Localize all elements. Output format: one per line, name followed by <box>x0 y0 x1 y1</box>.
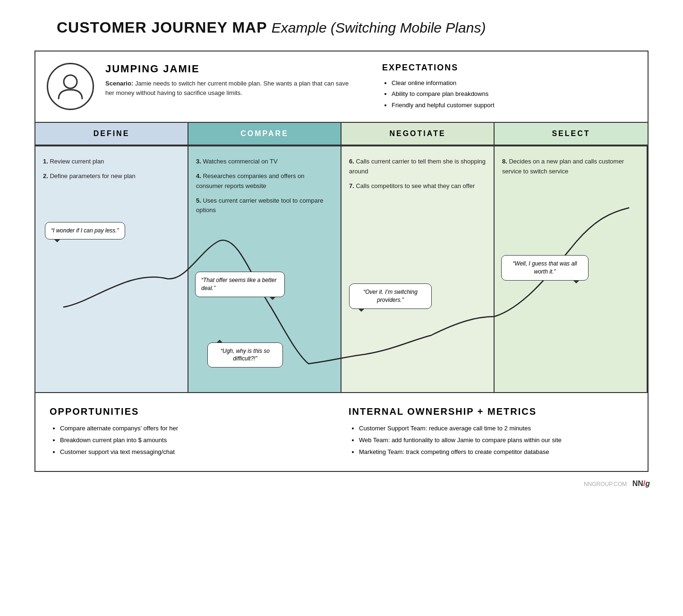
phase-compare-header-col: COMPARE <box>188 123 342 145</box>
phase-headers-row: DEFINE COMPARE NEGOTIATE SELECT <box>35 123 648 146</box>
expectations-title: EXPECTATIONS <box>382 63 633 73</box>
define-steps: 1. Review current plan 2. Define paramet… <box>43 154 180 181</box>
phase-negotiate-label: NEGOTIATE <box>342 123 494 145</box>
phase-select-header-col: SELECT <box>495 123 648 145</box>
persona-header: JUMPING JAMIE Scenario: Jamie needs to s… <box>35 51 648 123</box>
phase-define-header-col: DEFINE <box>35 123 188 145</box>
list-item: Clear online information <box>392 77 633 88</box>
bottom-section: OPPORTUNITIES Compare alternate companys… <box>35 392 648 471</box>
list-item: Web Team: add funtionality to allow Jami… <box>359 435 633 446</box>
svg-point-0 <box>64 75 77 88</box>
step-7: 7. Calls competitors to see what they ca… <box>349 181 486 191</box>
internal-ownership-section: INTERNAL OWNERSHIP + METRICS Customer Su… <box>349 406 633 458</box>
phase-define-label: DEFINE <box>35 123 188 145</box>
step-8: 8. Decides on a new plan and calls custo… <box>502 157 639 177</box>
brand-g: g <box>645 479 650 488</box>
negotiate-steps: 6. Calls current carrier to tell them sh… <box>349 154 486 191</box>
opportunities-list: Compare alternate companys’ offers for h… <box>50 423 334 458</box>
list-item: Ability to compare plan breakdowns <box>392 88 633 99</box>
phases-content-area: 1. Review current plan 2. Define paramet… <box>35 146 648 392</box>
title-bold: CUSTOMER JOURNEY MAP <box>57 19 267 36</box>
step-1: 1. Review current plan <box>43 157 180 167</box>
internal-ownership-list: Customer Support Team: reduce average ca… <box>349 423 633 458</box>
step-5: 5. Uses current carrier website tool to … <box>196 196 333 216</box>
page-title: CUSTOMER JOURNEY MAP Example (Switching … <box>57 19 486 36</box>
bubble-compare-high: “That offer seems like a better deal.” <box>195 272 285 297</box>
branding-site: NNGROUP.COM <box>584 481 627 488</box>
phase-select-content: 8. Decides on a new plan and calls custo… <box>495 146 648 392</box>
bubble-define: “I wonder if I can pay less.” <box>45 222 125 240</box>
phase-compare-content: 3. Watches commercial on TV 4. Researche… <box>188 146 342 392</box>
brand-nn: NN <box>632 479 643 488</box>
compare-steps: 3. Watches commercial on TV 4. Researche… <box>196 154 333 215</box>
phase-compare-label: COMPARE <box>188 123 341 145</box>
phase-negotiate-content: 6. Calls current carrier to tell them sh… <box>342 146 495 392</box>
list-item: Customer support via text messaging/chat <box>60 446 334 458</box>
phase-define-content: 1. Review current plan 2. Define paramet… <box>35 146 188 392</box>
persona-scenario: Scenario: Jamie needs to switch her curr… <box>105 79 357 97</box>
step-2: 2. Define parameters for new plan <box>43 171 180 181</box>
bubble-compare-low: “Ugh, why is this so difficult?!” <box>207 342 283 368</box>
expectations-list: Clear online information Ability to comp… <box>382 77 633 111</box>
expectations-section: EXPECTATIONS Clear online information Ab… <box>368 63 633 111</box>
list-item: Marketing Team: track competing offers t… <box>359 446 633 458</box>
list-item: Friendly and helpful customer support <box>392 100 633 111</box>
list-item: Customer Support Team: reduce average ca… <box>359 423 633 435</box>
opportunities-title: OPPORTUNITIES <box>50 406 334 417</box>
list-item: Compare alternate companys’ offers for h… <box>60 423 334 435</box>
bubble-negotiate: “Over it. I’m switching providers.” <box>349 283 432 309</box>
branding: NNGROUP.COM NN/g <box>41 479 655 488</box>
persona-name: JUMPING JAMIE <box>105 63 357 75</box>
select-steps: 8. Decides on a new plan and calls custo… <box>502 154 639 177</box>
scenario-text: Jamie needs to switch her current mobile… <box>105 80 349 96</box>
bubble-select: “Well, I guess that was all worth it.” <box>501 255 589 281</box>
persona-info: JUMPING JAMIE Scenario: Jamie needs to s… <box>105 63 357 97</box>
phase-negotiate-header-col: NEGOTIATE <box>342 123 495 145</box>
map-container: JUMPING JAMIE Scenario: Jamie needs to s… <box>34 51 649 472</box>
title-italic: Example (Switching Mobile Plans) <box>272 20 486 35</box>
phase-select-label: SELECT <box>495 123 648 145</box>
internal-ownership-title: INTERNAL OWNERSHIP + METRICS <box>349 406 633 417</box>
opportunities-section: OPPORTUNITIES Compare alternate companys… <box>50 406 334 458</box>
step-3: 3. Watches commercial on TV <box>196 157 333 167</box>
list-item: Breakdown current plan into $ amounts <box>60 435 334 446</box>
step-4: 4. Researches companies and offers on co… <box>196 171 333 191</box>
avatar <box>47 63 94 110</box>
step-6: 6. Calls current carrier to tell them sh… <box>349 157 486 177</box>
